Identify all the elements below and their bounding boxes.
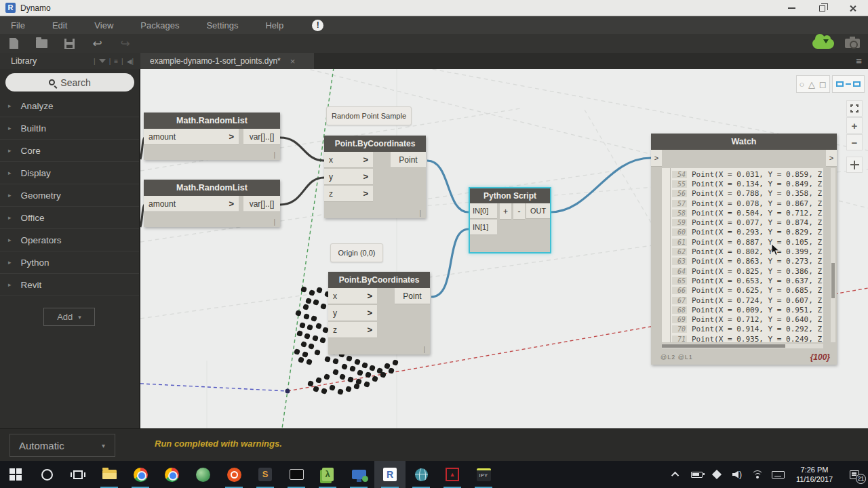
input-language[interactable] bbox=[768, 461, 788, 488]
dropbox-status[interactable] bbox=[707, 461, 727, 488]
add-package-button[interactable]: Add ▾ bbox=[43, 308, 95, 326]
output-port-point[interactable]: Point bbox=[391, 152, 426, 168]
ipython-button[interactable]: IPY bbox=[468, 461, 499, 488]
library-category[interactable]: BuiltIn bbox=[0, 117, 139, 140]
menu-item[interactable]: Help bbox=[254, 20, 300, 30]
node-point-bycoordinates-1[interactable]: Point.ByCoordinates x> Point y> z> | bbox=[324, 136, 426, 218]
volume-status[interactable]: ) bbox=[727, 461, 747, 488]
pan-button[interactable] bbox=[846, 157, 863, 173]
node-math-randomlist-2[interactable]: Math.RandomList amount> var[]..[] | bbox=[144, 180, 280, 227]
file-explorer-button[interactable] bbox=[94, 461, 125, 488]
input-port-in1[interactable]: IN[1] bbox=[470, 220, 497, 235]
lacing-indicator[interactable]: | bbox=[423, 346, 425, 353]
output-port-var[interactable]: var[]..[] bbox=[243, 196, 280, 212]
node-watch[interactable]: Watch > > 54 Point(X = 0.031, Y = 0.859,… bbox=[651, 134, 837, 365]
library-category[interactable]: Revit bbox=[0, 274, 139, 296]
add-input-button[interactable]: + bbox=[500, 203, 511, 220]
input-port-x[interactable]: x> bbox=[328, 288, 377, 304]
zoom-fit-button[interactable] bbox=[846, 100, 863, 117]
watch-output-port[interactable]: > bbox=[826, 150, 837, 167]
list-view-icon[interactable]: ≡ bbox=[114, 58, 118, 65]
command-prompt-button[interactable] bbox=[281, 461, 312, 488]
library-category[interactable]: Core bbox=[0, 140, 139, 162]
note-origin[interactable]: Origin (0,0) bbox=[330, 243, 383, 262]
scrollbar-thumb[interactable] bbox=[831, 263, 835, 298]
save-button[interactable] bbox=[56, 34, 83, 53]
start-button[interactable] bbox=[0, 461, 31, 488]
workspace-tab[interactable]: example-dynamo-1-sort_points.dyn* × bbox=[140, 53, 314, 69]
lacing-indicator[interactable]: | bbox=[419, 209, 421, 217]
export-to-web-button[interactable] bbox=[812, 39, 834, 49]
input-port-amount[interactable]: amount> bbox=[144, 196, 239, 212]
library-category[interactable]: Analyze bbox=[0, 95, 139, 117]
remote-desktop-button[interactable] bbox=[343, 461, 374, 488]
output-port-point[interactable]: Point bbox=[395, 288, 430, 304]
collapse-panel-icon[interactable]: ◀| bbox=[127, 58, 134, 65]
chrome-2-button[interactable] bbox=[156, 461, 187, 488]
export-image-button[interactable] bbox=[845, 39, 860, 48]
cortana-button[interactable] bbox=[31, 461, 62, 488]
input-port-z[interactable]: z> bbox=[328, 322, 377, 338]
sublime-text-button[interactable]: S bbox=[250, 461, 281, 488]
input-port-x[interactable]: x> bbox=[324, 152, 373, 168]
node-python-script[interactable]: Python Script IN[0] + - OUT IN[1] bbox=[469, 187, 551, 253]
lacing-indicator[interactable]: | bbox=[273, 151, 275, 159]
input-port-in0[interactable]: IN[0] bbox=[470, 203, 497, 219]
action-center-button[interactable]: 21 bbox=[841, 461, 868, 488]
input-port-amount[interactable]: amount> bbox=[144, 129, 239, 145]
zoom-out-button[interactable]: − bbox=[846, 134, 863, 150]
clock[interactable]: 7:26 PM 11/16/2017 bbox=[788, 465, 841, 484]
watch-value-list[interactable]: 54 Point(X = 0.031, Y = 0.859, Z 55 Poin… bbox=[662, 168, 823, 342]
menu-item[interactable]: File bbox=[0, 20, 41, 30]
tray-expand-button[interactable] bbox=[666, 461, 686, 488]
node-title[interactable]: Point.ByCoordinates bbox=[328, 272, 430, 288]
green-sphere-app-button[interactable] bbox=[187, 461, 218, 488]
node-title[interactable]: Python Script bbox=[470, 188, 550, 203]
input-port-y[interactable]: y> bbox=[324, 169, 373, 185]
input-port-y[interactable]: y> bbox=[328, 305, 377, 321]
graph-canvas[interactable]: Random Point Sample Origin (0,0) Math.Ra… bbox=[140, 69, 868, 428]
graph-view-button[interactable] bbox=[832, 75, 865, 93]
tab-close-icon[interactable]: × bbox=[290, 56, 296, 66]
globe-security-button[interactable] bbox=[406, 461, 437, 488]
run-mode-dropdown[interactable]: Automatic ▾ bbox=[9, 434, 115, 457]
node-title[interactable]: Math.RandomList bbox=[144, 180, 280, 196]
node-math-randomlist-1[interactable]: Math.RandomList amount> var[]..[] | bbox=[144, 113, 280, 160]
lacing-indicator[interactable]: | bbox=[273, 218, 275, 226]
undo-button[interactable]: ↩ bbox=[83, 34, 111, 53]
library-category[interactable]: Office bbox=[0, 207, 139, 229]
menu-item[interactable]: View bbox=[83, 20, 130, 30]
output-port-out[interactable]: OUT bbox=[526, 203, 550, 219]
adobe-acrobat-button[interactable]: ▲ bbox=[437, 461, 468, 488]
zoom-in-button[interactable]: + bbox=[846, 117, 863, 134]
maximize-button[interactable] bbox=[807, 0, 837, 16]
menu-item[interactable]: Settings bbox=[195, 20, 254, 30]
minimize-button[interactable] bbox=[776, 0, 807, 16]
note-random-point-sample[interactable]: Random Point Sample bbox=[326, 106, 412, 125]
ubuntu-button[interactable] bbox=[218, 461, 250, 488]
node-title[interactable]: Watch bbox=[651, 134, 837, 150]
node-title[interactable]: Point.ByCoordinates bbox=[324, 136, 426, 152]
redo-button[interactable]: ↪ bbox=[111, 34, 139, 53]
library-category[interactable]: Geometry bbox=[0, 184, 139, 207]
menu-item[interactable]: Packages bbox=[130, 20, 195, 30]
chrome-button[interactable] bbox=[125, 461, 156, 488]
watch-input-port[interactable]: > bbox=[651, 150, 662, 167]
input-port-z[interactable]: z> bbox=[324, 186, 373, 202]
close-button[interactable] bbox=[837, 0, 868, 16]
library-category[interactable]: Operators bbox=[0, 229, 139, 251]
open-file-button[interactable] bbox=[28, 34, 56, 53]
tab-overflow-menu-icon[interactable]: ≡ bbox=[856, 55, 862, 66]
watch-vertical-scrollbar[interactable] bbox=[831, 168, 835, 342]
dynamo-taskbar-button[interactable]: R bbox=[374, 461, 406, 488]
node-title[interactable]: Math.RandomList bbox=[144, 113, 280, 129]
list-levels-label[interactable]: @L2 @L1 bbox=[660, 354, 693, 361]
network-status[interactable] bbox=[747, 461, 768, 488]
notifications-alert-icon[interactable]: ! bbox=[312, 20, 323, 31]
node-point-bycoordinates-2[interactable]: Point.ByCoordinates x> Point y> z> | bbox=[328, 272, 430, 354]
watch-horizontal-scrollbar[interactable] bbox=[662, 344, 823, 348]
background-3d-preview-button[interactable]: ○ △ ◻ bbox=[796, 75, 830, 93]
filter-icon[interactable] bbox=[99, 59, 106, 63]
task-view-button[interactable] bbox=[62, 461, 94, 488]
library-category[interactable]: Display bbox=[0, 162, 139, 184]
